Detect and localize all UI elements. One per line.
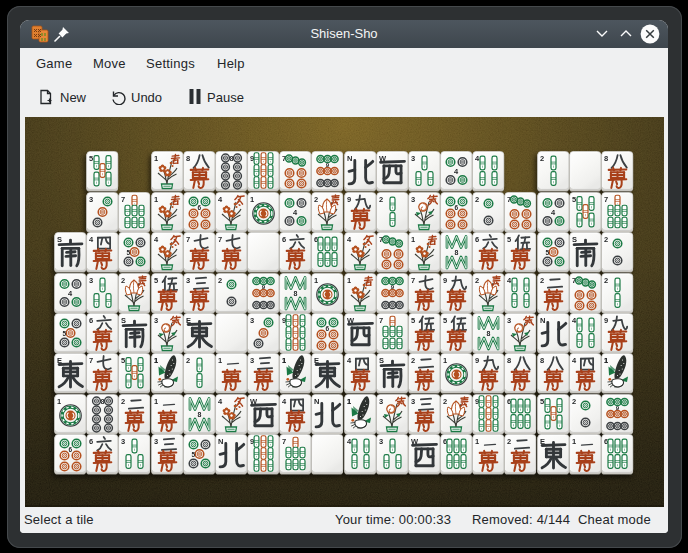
svg-text:2: 2 [379,194,383,203]
svg-text:9: 9 [443,275,447,284]
svg-text:3: 3 [186,275,190,284]
svg-text:2: 2 [604,275,608,284]
svg-text:1: 1 [218,356,222,365]
svg-text:7: 7 [604,194,608,203]
svg-text:9: 9 [604,315,608,324]
svg-text:2: 2 [604,235,608,244]
svg-text:1: 1 [57,396,61,405]
svg-text:1: 1 [314,275,318,284]
svg-text:1: 1 [154,194,158,203]
svg-text:2: 2 [475,275,479,284]
svg-text:2: 2 [572,396,576,405]
svg-text:7: 7 [218,235,222,244]
svg-text:1: 1 [154,396,158,405]
svg-text:2: 2 [186,356,190,365]
svg-text:2: 2 [475,194,479,203]
svg-text:2: 2 [411,356,415,365]
svg-text:6: 6 [89,437,93,446]
svg-text:5: 5 [127,249,131,256]
svg-text:6: 6 [197,203,201,210]
svg-text:2: 2 [540,275,544,284]
svg-text:6: 6 [326,324,330,331]
svg-text:2: 2 [121,396,125,405]
svg-text:5: 5 [411,315,415,324]
svg-text:8: 8 [507,356,511,365]
svg-text:S: S [121,315,126,324]
svg-text:3: 3 [379,437,383,446]
svg-text:8: 8 [540,356,544,365]
svg-text:1: 1 [475,437,479,446]
svg-text:N: N [314,396,319,405]
svg-text:3: 3 [154,315,158,324]
svg-text:3: 3 [411,194,415,203]
svg-text:5: 5 [572,194,576,203]
svg-text:3: 3 [250,315,254,324]
svg-text:1: 1 [347,396,351,405]
svg-text:6: 6 [282,235,286,244]
svg-text:8: 8 [101,397,105,404]
svg-text:5: 5 [63,329,67,336]
svg-text:2: 2 [314,194,318,203]
svg-text:3: 3 [89,194,93,203]
svg-text:1: 1 [443,356,447,365]
svg-text:N: N [347,154,352,163]
svg-text:5: 5 [154,275,158,284]
svg-text:1: 1 [154,356,158,365]
svg-text:9: 9 [475,356,479,365]
svg-text:1: 1 [572,437,576,446]
svg-text:1: 1 [154,154,158,163]
svg-text:7: 7 [379,315,383,324]
svg-text:N: N [218,437,223,446]
svg-text:3: 3 [154,437,158,446]
svg-text:1: 1 [411,235,415,244]
svg-text:5: 5 [540,396,544,405]
svg-text:5: 5 [507,235,511,244]
svg-text:8: 8 [197,411,201,418]
svg-text:7: 7 [121,194,125,203]
svg-text:8: 8 [186,154,190,163]
svg-text:8: 8 [294,290,298,297]
svg-text:2: 2 [540,154,544,163]
svg-text:2: 2 [507,437,511,446]
svg-text:7: 7 [282,437,286,446]
svg-text:2: 2 [121,275,125,284]
svg-text:7: 7 [186,235,190,244]
svg-text:3: 3 [121,437,125,446]
svg-text:3: 3 [89,275,93,284]
svg-text:1: 1 [282,356,286,365]
svg-text:8: 8 [487,330,491,337]
svg-text:3: 3 [379,396,383,405]
svg-text:S: S [57,235,62,244]
svg-text:7: 7 [411,275,415,284]
svg-text:6: 6 [69,446,73,453]
svg-text:S: S [379,356,384,365]
svg-text:2: 2 [218,275,222,284]
svg-text:3: 3 [250,356,254,365]
svg-text:5: 5 [443,315,447,324]
svg-text:3: 3 [411,396,415,405]
svg-text:7: 7 [89,356,93,365]
svg-text:1: 1 [250,194,254,203]
svg-text:8: 8 [455,249,459,256]
svg-text:6: 6 [89,315,93,324]
svg-text:5: 5 [121,356,125,365]
svg-text:8: 8 [230,155,234,162]
svg-text:8: 8 [604,154,608,163]
svg-text:S: S [572,235,577,244]
svg-text:9: 9 [347,194,351,203]
svg-text:5: 5 [545,249,549,256]
svg-text:6: 6 [455,203,459,210]
svg-text:1: 1 [347,275,351,284]
svg-text:3: 3 [411,154,415,163]
svg-text:6: 6 [475,235,479,244]
svg-text:N: N [540,315,545,324]
svg-text:5: 5 [191,451,195,458]
svg-text:2: 2 [443,396,447,405]
svg-text:5: 5 [89,154,93,163]
svg-text:1: 1 [604,356,608,365]
svg-text:3: 3 [507,315,511,324]
